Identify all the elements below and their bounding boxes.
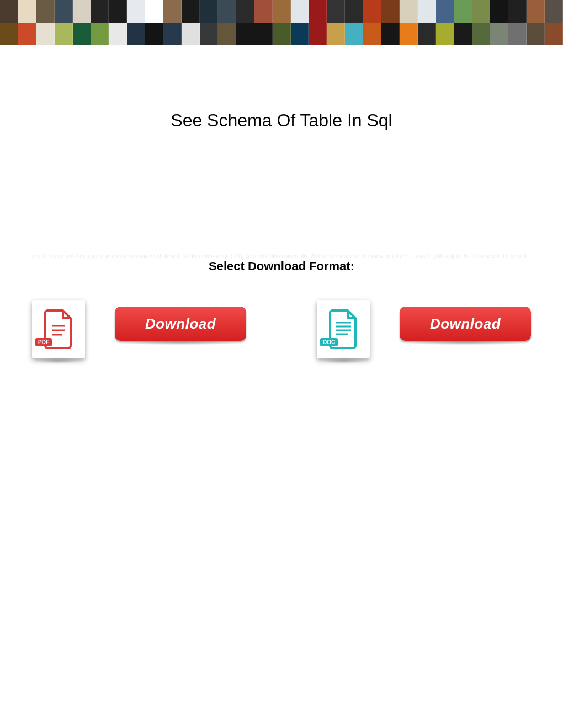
download-doc-label: Download [430,315,501,333]
banner-thumb [490,23,508,45]
banner-thumb [345,23,363,45]
banner-thumb [163,0,182,23]
banner-row [0,23,563,45]
banner-thumb [0,0,18,23]
banner-thumb [109,23,127,45]
banner-thumb [36,0,55,23]
select-format-heading: Select Download Format: [0,259,563,274]
banner-thumb [145,0,163,23]
banner-thumb [18,0,36,23]
banner-thumb [436,23,454,45]
banner-thumb [418,23,436,45]
banner-thumb [236,23,254,45]
banner-thumb [218,0,236,23]
download-pdf-label: Download [145,315,216,333]
download-doc-button[interactable]: ⬇ Download [400,307,531,341]
banner-thumb [73,23,91,45]
banner-thumb [400,23,418,45]
banner-thumb [218,23,236,45]
banner-thumb [454,0,472,23]
banner-thumb [291,23,309,45]
download-button-row: ⬇ Download PDF ⬇ Download [0,300,563,362]
banner-thumb [309,0,327,23]
banner-thumb [55,23,73,45]
banner-thumb [545,0,563,23]
banner-thumb [508,0,527,23]
banner-thumb [200,0,218,23]
banner-thumb [309,23,327,45]
banner-row [0,0,563,23]
banner-thumb [18,23,36,45]
banner-thumb [0,23,18,45]
banner-thumb [490,0,508,23]
page-title: See Schema Of Table In Sql [0,110,563,131]
banner-thumb [182,0,200,23]
banner-thumb [400,0,418,23]
banner-thumb [472,23,491,45]
banner-thumb [127,0,145,23]
banner-thumb [545,23,563,45]
download-pdf-button[interactable]: ⬇ Download [115,307,246,341]
banner-thumb [508,23,527,45]
banner-thumb [55,0,73,23]
banner-thumb [254,0,273,23]
banner-thumb [436,0,454,23]
banner-thumb [73,0,91,23]
banner-thumb [381,0,400,23]
banner-thumb [91,0,109,23]
banner-thumb [200,23,218,45]
banner-thumb [327,0,345,23]
pdf-badge: PDF [35,338,52,346]
banner-thumb [91,23,109,45]
banner-thumb [527,0,545,23]
doc-badge: DOC [320,338,338,346]
banner-thumb [109,0,127,23]
banner-thumb [163,23,182,45]
banner-thumb [236,0,254,23]
banner-thumb [273,0,291,23]
banner-thumb [127,23,145,45]
pdf-file-icon: PDF [32,300,85,358]
banner-thumb [418,0,436,23]
doc-file-icon: DOC [317,300,370,358]
banner-thumb [273,23,291,45]
banner-thumb [327,23,345,45]
banner-thumb [182,23,200,45]
download-pdf-unit: ⬇ Download PDF [32,300,246,362]
banner-thumb [363,0,381,23]
banner-collage [0,0,563,45]
banner-thumb [291,0,309,23]
banner-thumb [254,23,273,45]
banner-thumb [345,0,363,23]
banner-thumb [145,23,163,45]
banner-thumb [472,0,491,23]
banner-thumb [381,23,400,45]
banner-thumb [454,23,472,45]
banner-thumb [363,23,381,45]
download-doc-unit: ⬇ Download DOC [317,300,531,362]
banner-thumb [527,23,545,45]
banner-thumb [36,23,55,45]
